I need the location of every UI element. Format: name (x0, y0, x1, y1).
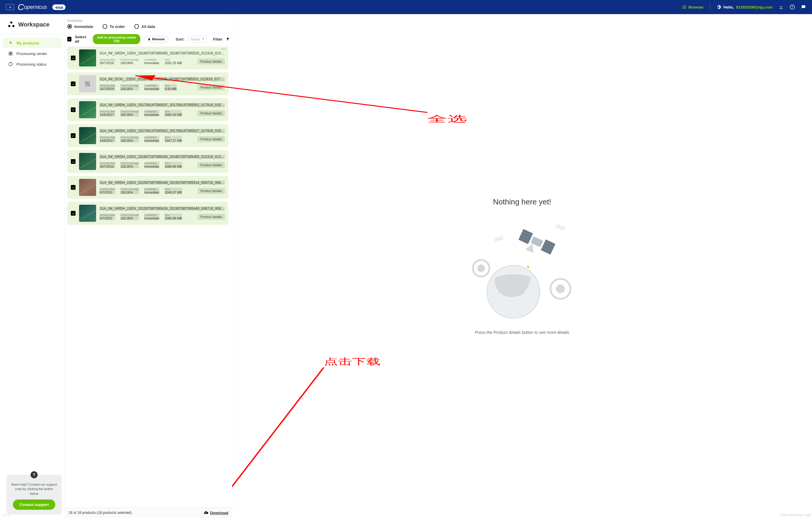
product-card[interactable]: S1A_IW_GRDH_1SDV_20170814T095502_2017081… (67, 124, 228, 147)
product-details-button[interactable]: Product details (198, 214, 225, 220)
empty-title: Nothing here yet! (493, 197, 551, 207)
workspace-icon (8, 22, 15, 28)
check-icon (72, 108, 75, 111)
product-card[interactable]: S1A_IW_GRDH_1SDV_20150708T095424_2015070… (67, 202, 228, 225)
product-details-button[interactable]: Product details (198, 58, 225, 64)
availability-radio[interactable]: All data (134, 24, 155, 29)
cloud-coverage: 100.00% (120, 113, 139, 116)
product-checkbox[interactable] (71, 185, 76, 190)
sort-dropdown[interactable]: None (188, 36, 207, 43)
svg-rect-24 (494, 238, 497, 241)
cloud-coverage: 100.00% (120, 139, 139, 142)
product-card[interactable]: S1A_IW_GRDH_1SDV_20160726T095430_2016072… (67, 150, 228, 173)
remove-button[interactable]: Remove (144, 36, 169, 43)
availability-radios: ImmediateTo orderAll data (67, 24, 230, 29)
empty-illustration (472, 218, 572, 324)
size-value: 1068.68 MB (165, 165, 182, 168)
product-thumbnail (79, 127, 96, 144)
sidebar-item-icon (8, 51, 13, 56)
cloud-coverage: 100.00% (120, 87, 139, 90)
svg-rect-3 (10, 53, 11, 54)
support-text: Need help? Contact our support crew by c… (10, 483, 58, 496)
availability-radio[interactable]: Immediate (67, 24, 93, 29)
copernicus-logo: Copernicus (18, 4, 47, 10)
availability-radio[interactable]: To order (103, 24, 125, 29)
radio-icon (103, 24, 107, 29)
footer-count: 18 of 18 products (18 products selected) (68, 511, 132, 515)
product-thumbnail (79, 205, 96, 222)
download-button[interactable]: Download (204, 510, 228, 515)
product-title: S1A_IW_GRDH_1SDV_20150708T095449_2015070… (99, 181, 225, 185)
product-list[interactable]: •••S1A_IW_GRDH_1SDV_20160726T095455_2016… (67, 47, 230, 507)
browser-link[interactable]: Browser (682, 5, 704, 9)
contact-support-button[interactable]: Contact support (13, 499, 55, 510)
svg-line-29 (232, 367, 324, 499)
footer-bar: 18 of 18 products (18 products selected)… (65, 507, 232, 518)
top-header: ★ Copernicus ·esa Browser Hello, 8120252… (0, 0, 812, 14)
products-column: Availability ImmediateTo orderAll data S… (65, 14, 232, 518)
help-icon[interactable]: ? (790, 4, 795, 10)
sidebar-item-processing-center[interactable]: Processing center (3, 48, 62, 59)
product-details-button[interactable]: Product details (198, 162, 225, 168)
svg-text:?: ? (791, 5, 793, 9)
sensing-date: 8/7/2015 (99, 217, 115, 220)
availability-value: Immediate (144, 165, 159, 168)
product-card[interactable]: S1A_IW_GRDH_1SDV_20170814T095437_2017081… (67, 98, 228, 121)
check-icon (72, 160, 75, 163)
availability-value: Immediate (144, 87, 159, 90)
product-thumbnail (79, 49, 96, 66)
product-title: S1A_IW_GRDH_1SDV_20170814T095502_2017081… (99, 129, 225, 133)
chat-icon[interactable] (801, 4, 806, 10)
user-greeting[interactable]: Hello, 812025280@qq.com (716, 4, 773, 10)
svg-point-4 (9, 62, 12, 66)
sidebar-item-products[interactable]: My products (3, 38, 62, 48)
svg-point-9 (557, 285, 564, 292)
product-menu-icon[interactable]: ••• (221, 47, 226, 51)
cloud-download-icon (204, 510, 208, 515)
product-details-button[interactable]: Product details (198, 188, 225, 194)
add-to-processing-button[interactable]: Add to processing center (18) (93, 34, 140, 44)
product-card[interactable]: S1A_IW_OCN__2SDV_20180716T095506_2018071… (67, 72, 228, 95)
availability-label: Availability (67, 19, 230, 22)
check-icon (68, 38, 71, 41)
availability-value: Immediate (144, 61, 159, 65)
product-checkbox[interactable] (71, 133, 76, 138)
cloud-coverage: 100.00% (120, 165, 139, 168)
size-value: 1060.26 MB (165, 113, 182, 116)
product-card[interactable]: S1A_IW_GRDH_1SDV_20150708T095449_2015070… (67, 176, 228, 199)
product-details-button[interactable]: Product details (198, 136, 225, 142)
product-details-button[interactable]: Product details (198, 84, 225, 90)
download-header-icon[interactable] (779, 4, 784, 10)
empty-subtext: Press the Product details button to see … (475, 330, 569, 335)
sidebar-item-label: Processing center (17, 52, 47, 56)
product-checkbox[interactable] (71, 211, 76, 216)
cloud-coverage: 100.00% (120, 217, 139, 220)
details-panel: Nothing here yet! (232, 14, 812, 518)
product-checkbox[interactable] (71, 107, 76, 112)
product-thumbnail (79, 179, 96, 196)
check-icon (72, 82, 75, 86)
version-label: 1.11.1 (2, 514, 10, 517)
product-checkbox[interactable] (71, 81, 76, 86)
eu-flag-logo: ★ (6, 4, 14, 10)
svg-rect-28 (561, 226, 564, 230)
check-icon (72, 56, 75, 60)
sidebar-item-processing-status[interactable]: Processing status (3, 59, 62, 70)
workspace-title: Workspace (0, 21, 65, 34)
size-value: 0.00 MB (165, 87, 177, 90)
size-value: 1047.27 MB (165, 139, 182, 142)
trash-icon (148, 38, 151, 41)
product-title: S1A_IW_OCN__2SDV_20180716T095506_2018071… (99, 77, 225, 81)
svg-rect-23 (497, 238, 500, 240)
select-all-checkbox[interactable] (67, 37, 71, 42)
product-checkbox[interactable] (71, 56, 76, 60)
cloud-coverage: 100.00% (120, 191, 139, 194)
product-details-button[interactable]: Product details (198, 110, 225, 116)
watermark: CSDN @RS迷途小书童 (780, 513, 811, 517)
sidebar: Workspace My productsProcessing centerPr… (0, 14, 65, 518)
filter-icon[interactable] (226, 37, 230, 41)
product-checkbox[interactable] (71, 159, 76, 164)
product-card[interactable]: •••S1A_IW_GRDH_1SDV_20160726T095455_2016… (67, 47, 228, 70)
product-title: S1A_IW_GRDH_1SDV_20170814T095437_2017081… (99, 103, 225, 107)
cloud-coverage: 100.00% (120, 61, 139, 65)
